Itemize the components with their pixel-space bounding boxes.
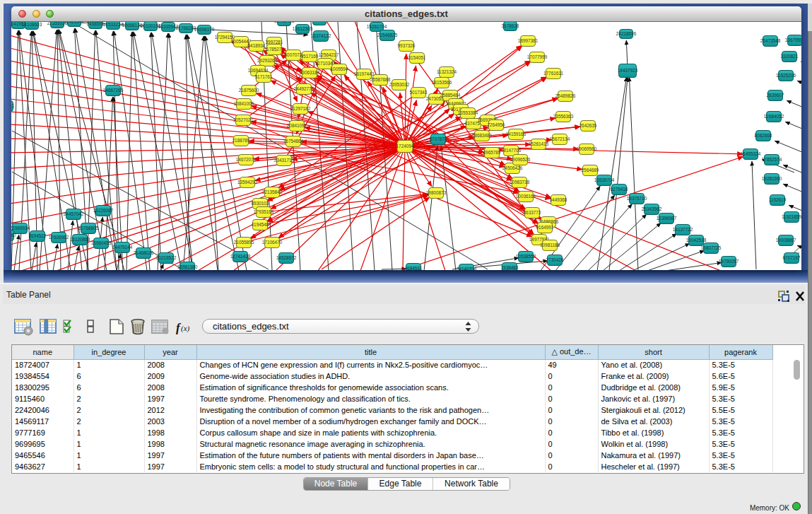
svg-text:14667265: 14667265 — [103, 88, 124, 93]
svg-text:13539704: 13539704 — [594, 177, 615, 182]
svg-text:19042538: 19042538 — [686, 238, 707, 243]
svg-text:17106470: 17106470 — [262, 240, 283, 245]
svg-text:22135842: 22135842 — [262, 189, 283, 194]
svg-text:2188789: 2188789 — [233, 138, 250, 143]
svg-text:23556363: 23556363 — [553, 114, 574, 119]
svg-text:16374122: 16374122 — [311, 33, 331, 38]
svg-text:9164991: 9164991 — [536, 225, 554, 230]
svg-text:25343562: 25343562 — [642, 206, 662, 211]
svg-text:2564689: 2564689 — [582, 168, 599, 173]
svg-text:25885484: 25885484 — [440, 93, 461, 98]
svg-text:10768805: 10768805 — [78, 226, 99, 230]
svg-text:19008867: 19008867 — [776, 238, 796, 243]
svg-text:5418934: 5418934 — [248, 43, 266, 48]
svg-text:21297182: 21297182 — [290, 106, 311, 111]
svg-text:15960453: 15960453 — [91, 240, 112, 245]
svg-text:3154051: 3154051 — [408, 55, 426, 60]
svg-text:12741438: 12741438 — [230, 254, 251, 259]
svg-text:5449368: 5449368 — [550, 197, 567, 202]
svg-text:19069560: 19069560 — [577, 146, 597, 151]
svg-text:11321324: 11321324 — [437, 69, 457, 74]
svg-text:8930103: 8930103 — [252, 201, 269, 206]
svg-text:10533224: 10533224 — [103, 22, 124, 27]
svg-text:11921859: 11921859 — [782, 214, 801, 219]
svg-text:14108603: 14108603 — [22, 22, 42, 27]
svg-text:4965789: 4965789 — [483, 150, 501, 155]
svg-text:5171761: 5171761 — [255, 74, 273, 79]
svg-text:13841005: 13841005 — [234, 101, 254, 106]
svg-text:17935169: 17935169 — [254, 209, 274, 214]
svg-text:7730428: 7730428 — [546, 257, 564, 262]
svg-text:21875600: 21875600 — [239, 88, 259, 93]
svg-text:3320821: 3320821 — [781, 54, 799, 59]
svg-text:13679591: 13679591 — [785, 37, 801, 42]
svg-text:24140708: 24140708 — [457, 267, 477, 270]
svg-text:20546825: 20546825 — [377, 33, 398, 37]
svg-text:12684052: 12684052 — [764, 114, 784, 119]
svg-text:18197443: 18197443 — [354, 71, 375, 76]
svg-text:19807725: 19807725 — [701, 245, 722, 250]
svg-text:20841097: 20841097 — [287, 123, 307, 128]
svg-text:19790057: 19790057 — [719, 259, 739, 264]
svg-text:11525206: 11525206 — [776, 73, 796, 78]
svg-text:6007072: 6007072 — [285, 52, 302, 57]
svg-text:4684531: 4684531 — [405, 266, 423, 270]
svg-text:8082668: 8082668 — [755, 133, 772, 138]
svg-text:17852574: 17852574 — [762, 157, 782, 162]
svg-text:18997381: 18997381 — [518, 38, 539, 43]
svg-text:13612365: 13612365 — [293, 26, 313, 31]
svg-text:19800873: 19800873 — [426, 190, 447, 195]
svg-text:25587688: 25587688 — [370, 77, 391, 82]
svg-text:1724094: 1724094 — [396, 144, 414, 148]
svg-text:11338687: 11338687 — [11, 233, 16, 238]
svg-text:6279418: 6279418 — [611, 187, 628, 192]
svg-text:6707197: 6707197 — [783, 255, 801, 260]
svg-text:9517169: 9517169 — [301, 54, 319, 59]
svg-text:15261415: 15261415 — [529, 141, 549, 146]
svg-text:1009594: 1009594 — [331, 66, 348, 71]
svg-text:12564217: 12564217 — [319, 52, 339, 57]
svg-text:18147706: 18147706 — [501, 148, 522, 153]
svg-text:5017343: 5017343 — [410, 90, 428, 95]
svg-text:21055895: 21055895 — [234, 240, 254, 245]
svg-text:15672134: 15672134 — [550, 136, 570, 141]
svg-text:24218596: 24218596 — [616, 31, 637, 36]
svg-text:22969934: 22969934 — [11, 226, 30, 230]
svg-text:2839607: 2839607 — [767, 93, 784, 98]
svg-text:13226067: 13226067 — [93, 208, 114, 213]
svg-text:20219522: 20219522 — [156, 255, 177, 260]
svg-text:21468026: 21468026 — [134, 250, 154, 255]
svg-text:23953032: 23953032 — [389, 82, 410, 87]
svg-text:14528972: 14528972 — [276, 255, 297, 260]
svg-text:15708456: 15708456 — [274, 22, 295, 23]
svg-text:1192619: 1192619 — [769, 197, 787, 202]
svg-text:24457042: 24457042 — [64, 211, 84, 216]
svg-text:17077999: 17077999 — [527, 54, 548, 59]
svg-text:22426342: 22426342 — [64, 22, 85, 24]
svg-text:11785277: 11785277 — [264, 47, 284, 52]
svg-text:2694522: 2694522 — [29, 233, 47, 238]
svg-text:23431713: 23431713 — [274, 158, 295, 163]
svg-text:13668136: 13668136 — [122, 23, 143, 28]
svg-text:23063184: 23063184 — [300, 70, 320, 75]
svg-text:3678638: 3678638 — [502, 23, 519, 28]
svg-text:10538552: 10538552 — [516, 254, 536, 259]
svg-text:2458591: 2458591 — [87, 22, 105, 26]
svg-text:25473548: 25473548 — [760, 38, 781, 43]
svg-text:17761611: 17761611 — [543, 71, 563, 76]
svg-text:14672073: 14672073 — [236, 157, 257, 162]
svg-text:10527021: 10527021 — [233, 117, 254, 122]
svg-text:16455324: 16455324 — [741, 151, 761, 156]
svg-text:21766280: 21766280 — [176, 25, 196, 30]
svg-text:18375710: 18375710 — [627, 196, 647, 201]
svg-text:13594297: 13594297 — [237, 180, 258, 185]
svg-text:12396987: 12396987 — [657, 216, 677, 221]
svg-text:10036161: 10036161 — [516, 194, 536, 199]
svg-text:24492775: 24492775 — [294, 86, 314, 91]
svg-text:18153566: 18153566 — [432, 80, 452, 85]
svg-text:14437923: 14437923 — [618, 68, 638, 73]
svg-text:2642635: 2642635 — [579, 123, 597, 128]
svg-text:4194548: 4194548 — [252, 222, 269, 227]
svg-text:7264956: 7264956 — [488, 122, 505, 127]
svg-text:8707870: 8707870 — [430, 136, 447, 141]
